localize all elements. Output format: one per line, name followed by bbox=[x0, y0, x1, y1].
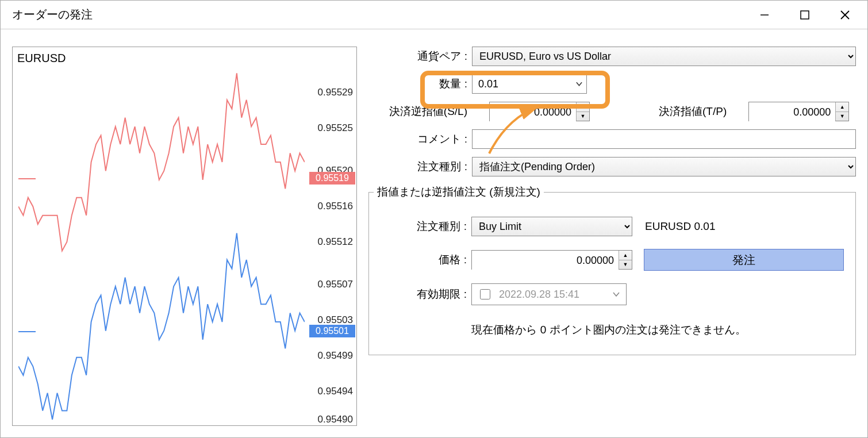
expiry-checkbox[interactable] bbox=[480, 289, 490, 299]
pending-type-select[interactable]: Buy Limit bbox=[471, 217, 632, 236]
sl-up[interactable]: ▲ bbox=[577, 102, 589, 112]
comment-label: コメント : bbox=[368, 132, 472, 147]
order-type-label: 注文種別 : bbox=[368, 159, 472, 174]
pending-legend: 指値または逆指値注文 (新規注文) bbox=[374, 185, 544, 199]
sl-down[interactable]: ▼ bbox=[577, 112, 589, 121]
price-chart-panel: EURUSD 0.955290.955250.955200.955160.955… bbox=[12, 47, 357, 426]
svg-rect-1 bbox=[801, 11, 809, 19]
axis-tick: 0.95529 bbox=[318, 87, 353, 98]
qty-input[interactable] bbox=[476, 75, 575, 93]
sl-spinner[interactable]: ▲▼ bbox=[489, 102, 590, 121]
chevron-down-icon bbox=[612, 290, 620, 298]
titlebar: オーダーの発注 bbox=[1, 1, 867, 29]
pair-label: 通貨ペア : bbox=[368, 49, 472, 64]
expiry-label: 有効期限 : bbox=[374, 287, 471, 302]
price-up[interactable]: ▲ bbox=[619, 251, 632, 260]
price-input[interactable] bbox=[472, 251, 619, 270]
tp-spinner[interactable]: ▲▼ bbox=[748, 102, 849, 121]
tp-up[interactable]: ▲ bbox=[836, 102, 848, 112]
bid-price-tag: 0.95501 bbox=[309, 325, 355, 337]
ask-price-tag: 0.95519 bbox=[309, 172, 355, 185]
tp-down[interactable]: ▼ bbox=[836, 112, 848, 121]
pending-summary: EURUSD 0.01 bbox=[645, 220, 716, 233]
axis-tick: 0.95499 bbox=[318, 350, 353, 362]
expiry-picker[interactable]: 2022.09.28 15:41 bbox=[471, 283, 627, 305]
axis-tick: 0.95507 bbox=[318, 279, 353, 290]
axis-tick: 0.95516 bbox=[318, 201, 353, 212]
chevron-down-icon bbox=[575, 80, 583, 88]
price-spinner[interactable]: ▲▼ bbox=[471, 250, 632, 270]
chart-y-axis: 0.955290.955250.955200.955160.955120.955… bbox=[308, 64, 356, 420]
close-button[interactable] bbox=[825, 1, 865, 29]
axis-tick: 0.95490 bbox=[318, 414, 353, 425]
tp-input[interactable] bbox=[749, 102, 835, 122]
content-area: EURUSD 0.955290.955250.955200.955160.955… bbox=[1, 29, 867, 437]
chart-symbol-label: EURUSD bbox=[17, 52, 66, 65]
qty-combo[interactable] bbox=[472, 74, 587, 94]
minimize-button[interactable] bbox=[744, 1, 785, 29]
order-form: 通貨ペア : EURUSD, Euro vs US Dollar 数量 : 決済… bbox=[368, 47, 856, 426]
chart-plot bbox=[18, 64, 305, 420]
pair-select[interactable]: EURUSD, Euro vs US Dollar bbox=[472, 47, 856, 66]
price-label: 価格 : bbox=[374, 252, 471, 267]
sl-label: 決済逆指値(S/L) bbox=[368, 104, 472, 119]
pending-order-group: 指値または逆指値注文 (新規注文) 注文種別 : Buy Limit EURUS… bbox=[368, 185, 856, 355]
submit-button[interactable]: 発注 bbox=[644, 249, 844, 271]
maximize-button[interactable] bbox=[785, 1, 825, 29]
price-down[interactable]: ▼ bbox=[619, 260, 632, 270]
qty-label: 数量 : bbox=[368, 76, 472, 91]
sl-input[interactable] bbox=[490, 102, 576, 122]
order-window: オーダーの発注 EURUSD 0.955290.955250.955200.95… bbox=[0, 0, 868, 438]
window-title: オーダーの発注 bbox=[12, 7, 744, 22]
order-type-select[interactable]: 指値注文(Pending Order) bbox=[472, 157, 856, 176]
expiry-value: 2022.09.28 15:41 bbox=[499, 289, 605, 301]
order-restriction-note: 現在価格から 0 ポイント圏内の注文は発注できません。 bbox=[374, 322, 844, 337]
tp-label: 決済指値(T/P) bbox=[659, 104, 731, 119]
axis-tick: 0.95494 bbox=[318, 386, 353, 397]
pending-type-label: 注文種別 : bbox=[374, 219, 471, 234]
axis-tick: 0.95512 bbox=[318, 236, 353, 248]
bid-price-line bbox=[18, 331, 36, 332]
ask-price-line bbox=[18, 178, 36, 179]
comment-input[interactable] bbox=[472, 129, 856, 149]
axis-tick: 0.95525 bbox=[318, 122, 353, 134]
